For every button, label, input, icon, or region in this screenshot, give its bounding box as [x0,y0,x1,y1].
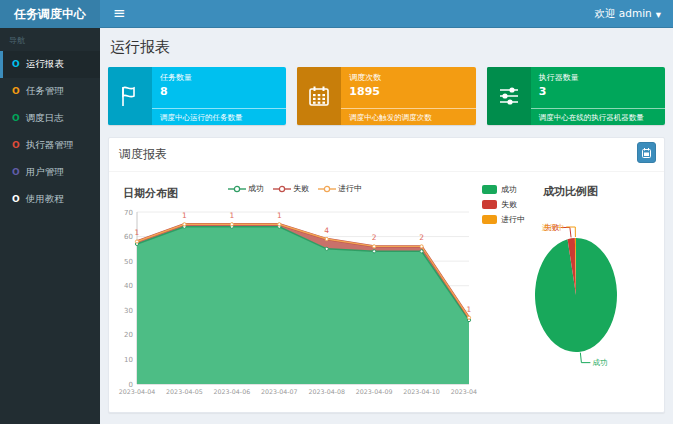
pie-legend-item-1[interactable]: 失败 [482,199,525,210]
area-legend-item-0[interactable]: 成功 [228,183,264,194]
area-legend-item-1[interactable]: 失败 [273,183,309,194]
calendar-icon [642,148,651,158]
page-title: 运行报表 [110,38,665,57]
top-header: 任务调度中心 ≡ 欢迎 admin ▾ [0,0,673,28]
svg-text:1: 1 [135,228,140,237]
svg-text:成功: 成功 [592,358,607,367]
flag-icon [108,67,152,125]
svg-text:2: 2 [419,233,424,242]
svg-text:2023-04-07: 2023-04-07 [261,388,298,395]
report-panel-header: 调度报表 [109,138,664,172]
report-panel: 调度报表 日期分布图 成功失败进行中 0102030405 [108,137,665,413]
chevron-down-icon: ▾ [656,8,661,20]
svg-text:20: 20 [124,331,133,339]
brand-logo[interactable]: 任务调度中心 [0,0,100,28]
svg-text:进行中: 进行中 [542,223,565,232]
stat-cards-row: 任务数量 8 调度中心运行的任务数量 [108,67,665,125]
pie-legend-item-2[interactable]: 进行中 [482,214,525,225]
svg-text:50: 50 [124,258,133,266]
circle-icon: O [12,114,20,123]
user-menu[interactable]: 欢迎 admin ▾ [582,7,673,21]
report-panel-body: 日期分布图 成功失败进行中 0102030405060702023-04-042… [109,172,664,412]
card-value: 1895 [349,85,467,98]
svg-text:10: 10 [124,356,133,364]
card-label: 执行器数量 [539,72,657,83]
card-caption: 调度中心触发的调度次数 [341,108,475,125]
card-caption: 调度中心运行的任务数量 [152,108,286,125]
svg-text:1: 1 [182,211,187,220]
area-chart-canvas: 0102030405060702023-04-042023-04-052023-… [113,200,477,402]
sidebar-item-executor-manage[interactable]: O执行器管理 [0,132,100,159]
area-chart-legend: 成功失败进行中 [228,183,362,194]
pie-legend-item-0[interactable]: 成功 [482,184,525,195]
circle-icon: O [12,141,20,150]
svg-text:40: 40 [124,282,133,290]
sidebar-item-label: 执行器管理 [26,139,74,152]
sidebar-item-label: 任务管理 [26,85,64,98]
svg-text:2023-04-04: 2023-04-04 [119,388,156,395]
svg-text:70: 70 [124,209,133,217]
sidebar-item-job-manage[interactable]: O任务管理 [0,78,100,105]
card-label: 调度次数 [349,72,467,83]
sidebar-item-dispatch-log[interactable]: O调度日志 [0,105,100,132]
card-value: 8 [160,85,278,98]
date-range-button[interactable] [637,142,656,163]
svg-text:2023-04-10: 2023-04-10 [403,388,440,395]
svg-text:2023-04-09: 2023-04-09 [356,388,393,395]
success-ratio-chart: 成功失败进行中 成功比例图 成功失败进行中 [477,178,664,402]
svg-text:2023-04-11: 2023-04-11 [451,388,477,395]
svg-text:4: 4 [324,226,329,235]
svg-text:1: 1 [467,305,472,314]
sidebar-item-label: 调度日志 [26,112,64,125]
calendar-icon [297,67,341,125]
date-distribution-chart: 日期分布图 成功失败进行中 0102030405060702023-04-042… [113,178,477,402]
svg-text:1: 1 [229,211,234,220]
stat-card-trigger-count: 调度次数 1895 调度中心触发的调度次数 [297,67,475,125]
sidebar-item-label: 运行报表 [26,58,64,71]
sidebar-item-label: 用户管理 [26,166,64,179]
circle-icon: O [12,60,20,69]
card-value: 3 [539,85,657,98]
sliders-icon [487,67,531,125]
svg-text:1: 1 [277,211,282,220]
panel-title: 调度报表 [119,147,167,161]
svg-text:30: 30 [124,307,133,315]
navbar: ≡ 欢迎 admin ▾ [100,0,673,28]
svg-text:2023-04-06: 2023-04-06 [214,388,251,395]
welcome-text: 欢迎 admin [594,7,651,21]
sidebar-menu: O运行报表O任务管理O调度日志O执行器管理O用户管理O使用教程 [0,51,100,213]
circle-icon: O [12,168,20,177]
svg-text:2023-04-08: 2023-04-08 [308,388,345,395]
main-content: 运行报表 任务数量 8 调度中心运行的任务数量 [100,28,673,424]
card-caption: 调度中心在线的执行器机器数量 [531,108,665,125]
sidebar-item-user-manage[interactable]: O用户管理 [0,159,100,186]
sidebar-item-run-report[interactable]: O运行报表 [0,51,100,78]
card-label: 任务数量 [160,72,278,83]
circle-icon: O [12,87,20,96]
circle-icon: O [12,195,20,204]
sidebar-section-label: 导航 [0,28,100,51]
sidebar-item-label: 使用教程 [26,193,64,206]
svg-text:2: 2 [372,233,377,242]
pie-chart-canvas: 成功失败进行中 [477,199,664,389]
pie-chart-legend: 成功失败进行中 [482,184,525,225]
stat-card-job-count: 任务数量 8 调度中心运行的任务数量 [108,67,286,125]
svg-text:60: 60 [124,233,133,241]
sidebar-item-help[interactable]: O使用教程 [0,186,100,213]
svg-text:2023-04-05: 2023-04-05 [166,388,203,395]
sidebar: 导航 O运行报表O任务管理O调度日志O执行器管理O用户管理O使用教程 [0,28,100,424]
area-chart-title: 日期分布图 [113,187,178,200]
sidebar-toggle-icon[interactable]: ≡ [100,0,139,27]
stat-card-executor-count: 执行器数量 3 调度中心在线的执行器机器数量 [487,67,665,125]
area-legend-item-2[interactable]: 进行中 [318,183,362,194]
